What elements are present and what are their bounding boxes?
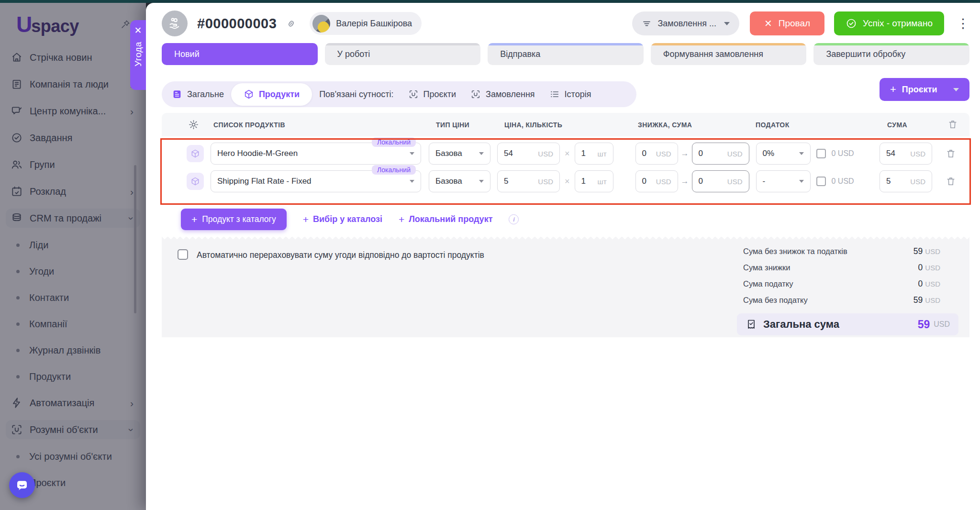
- grand-total-value: 59: [918, 318, 930, 331]
- currency-suffix: USD: [538, 177, 553, 186]
- grand-total-row: Загальна сума 59 USD: [737, 313, 958, 335]
- price-type-select[interactable]: Базова: [429, 143, 490, 165]
- currency-suffix: USD: [910, 150, 925, 158]
- chevron-down-icon: [724, 22, 730, 25]
- totals-list: Сума без знижок та податків 59 USD Сума …: [743, 246, 940, 311]
- deal-slideover-panel: ✕ Угода #000000003 Валерія Башкірова Зам…: [146, 3, 980, 510]
- product-name-select[interactable]: Локальний Shipping Flat Rate - Fixed: [211, 170, 421, 192]
- multiply-icon: ×: [565, 149, 570, 159]
- success-button[interactable]: Успіх - отримано: [834, 11, 944, 35]
- pipeline-select[interactable]: Замовлення ...: [632, 11, 739, 35]
- sidebar: Uspacy Стрічка новин Компанія та люди › …: [0, 0, 146, 510]
- list-icon: [549, 89, 560, 100]
- currency-suffix: USD: [538, 150, 553, 158]
- col-discount: ЗНИЖКА, СУМА: [638, 121, 692, 129]
- discount-sum-input[interactable]: 0 USD: [692, 143, 749, 165]
- stage-in-progress[interactable]: У роботі: [325, 43, 481, 65]
- local-product-badge: Локальний: [372, 137, 416, 147]
- col-tax: ПОДАТОК: [756, 121, 790, 129]
- chevron-down-icon: [410, 180, 414, 183]
- stage-bar: Новий У роботі Відправка Формування замо…: [162, 43, 969, 65]
- total-line: Сума без знижок та податків 59 USD: [743, 246, 940, 263]
- deal-header: #000000003 Валерія Башкірова Замовлення …: [162, 10, 969, 37]
- discount-percent-input[interactable]: 0 USD: [635, 170, 678, 192]
- grand-total-currency: USD: [934, 320, 950, 329]
- stage-order-forming[interactable]: Формування замовлення: [651, 43, 807, 65]
- price-type-select[interactable]: Базова: [429, 170, 490, 192]
- unit-suffix: шт: [598, 177, 607, 186]
- tax-amount-label: 0 USD: [832, 149, 854, 158]
- arrow-right-icon: →: [681, 149, 689, 158]
- chevron-down-icon: [410, 152, 414, 155]
- chevron-down-icon: [479, 180, 484, 183]
- multiply-icon: ×: [565, 177, 570, 187]
- tax-select[interactable]: -: [756, 170, 811, 192]
- row-sum-input[interactable]: 54 USD: [880, 143, 932, 165]
- gear-icon[interactable]: [188, 119, 199, 130]
- plus-icon: +: [303, 214, 309, 225]
- x-icon: ✕: [764, 18, 772, 29]
- add-projects-button[interactable]: + Проєкти: [880, 78, 969, 101]
- tab-history[interactable]: Історія: [542, 81, 599, 107]
- info-icon[interactable]: i: [509, 214, 519, 224]
- tab-orders[interactable]: Замовлення: [463, 81, 542, 107]
- auto-recalc-checkbox[interactable]: [178, 249, 188, 260]
- currency-suffix: USD: [656, 177, 671, 186]
- total-line: Сума без податку 59 USD: [743, 295, 940, 311]
- product-row: Локальний Hero Hoodie-M-Green Базова 54 …: [187, 142, 956, 165]
- record-id: #000000003: [197, 16, 277, 32]
- product-name-select[interactable]: Локальний Hero Hoodie-M-Green: [211, 143, 421, 165]
- price-input[interactable]: 5 USD: [497, 170, 560, 192]
- discount-sum-input[interactable]: 0 USD: [692, 170, 749, 192]
- discount-percent-input[interactable]: 0 USD: [635, 143, 678, 165]
- tax-included-checkbox[interactable]: [816, 149, 826, 158]
- plus-icon: +: [890, 83, 896, 96]
- owner-chip[interactable]: Валерія Башкірова: [310, 12, 422, 35]
- trash-icon[interactable]: [946, 176, 956, 187]
- product-actions: + Продукт з каталогу + Вибір у каталозі …: [181, 209, 519, 230]
- chat-bubble-icon: [15, 478, 29, 492]
- chevron-down-icon: [479, 152, 484, 155]
- modal-dim-overlay[interactable]: [0, 0, 146, 510]
- fail-button[interactable]: ✕ Провал: [750, 11, 824, 35]
- quantity-input[interactable]: 1 шт: [575, 170, 613, 192]
- chevron-down-icon: [953, 88, 959, 91]
- receipt-check-icon: [746, 319, 757, 330]
- row-sum-input[interactable]: 5 USD: [880, 170, 932, 192]
- tab-general[interactable]: Загальне: [165, 81, 231, 107]
- totals-section: Автоматично перераховувати суму угоди ві…: [162, 242, 969, 337]
- pick-from-catalog-link[interactable]: + Вибір у каталозі: [303, 214, 382, 225]
- trash-icon[interactable]: [947, 119, 958, 130]
- price-input[interactable]: 54 USD: [497, 143, 560, 165]
- more-menu-icon[interactable]: ⋮: [957, 17, 969, 30]
- tab-projects[interactable]: Проєкти: [401, 81, 464, 107]
- add-local-product-link[interactable]: + Локальний продукт: [399, 214, 493, 225]
- add-product-from-catalog-button[interactable]: + Продукт з каталогу: [181, 209, 287, 230]
- stage-finish-processing[interactable]: Завершити обробку: [813, 43, 969, 65]
- tax-amount-label: 0 USD: [832, 177, 854, 186]
- chevron-down-icon: [799, 180, 804, 183]
- hand-coins-icon: [167, 16, 182, 31]
- tax-select[interactable]: 0%: [756, 143, 811, 165]
- tax-included-checkbox[interactable]: [816, 177, 826, 186]
- trash-icon[interactable]: [946, 148, 956, 159]
- auto-recalc-label: Автоматично перераховувати суму угоди ві…: [197, 250, 484, 260]
- currency-suffix: USD: [656, 150, 671, 158]
- stage-shipping[interactable]: Відправка: [488, 43, 644, 65]
- deal-vertical-tab[interactable]: ✕ Угода: [130, 20, 146, 90]
- tab-products[interactable]: Продукти: [231, 83, 312, 106]
- chat-widget-button[interactable]: [9, 472, 35, 498]
- col-price-qty: ЦІНА, КІЛЬКІСТЬ: [504, 121, 562, 129]
- stage-new[interactable]: Новий: [162, 43, 318, 65]
- total-line: Сума податку 0 USD: [743, 279, 940, 295]
- tab-related-entities[interactable]: Пов'язані сутності:: [312, 81, 401, 107]
- chevron-down-icon: [799, 152, 804, 155]
- copy-link-icon[interactable]: [285, 18, 297, 30]
- col-price-type: ТИП ЦІНИ: [436, 121, 469, 129]
- col-sum: СУМА: [887, 121, 907, 129]
- deal-type-avatar: [162, 11, 188, 36]
- quantity-input[interactable]: 1 шт: [575, 143, 613, 165]
- currency-suffix: USD: [727, 177, 743, 186]
- smart-object-icon: [408, 89, 419, 100]
- close-icon[interactable]: ✕: [134, 26, 142, 35]
